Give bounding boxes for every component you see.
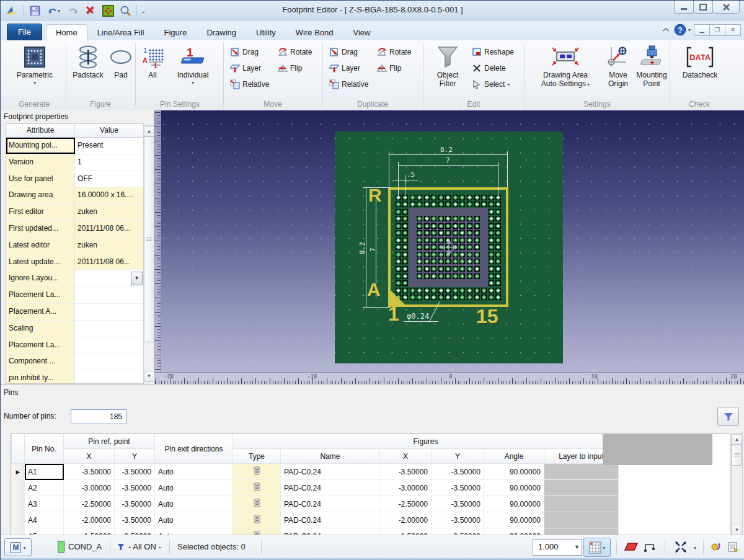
pin-exit-directions-header[interactable]: Pin exit directions (155, 434, 233, 464)
pin-row[interactable]: A4-2.00000-3.50000AutoPAD-C0.24-2.00000-… (12, 512, 619, 528)
property-attribute[interactable]: Mounting pol... (6, 138, 75, 154)
pin-row[interactable]: ▶A1-3.50000-3.50000AutoPAD-C0.24-3.50000… (12, 464, 619, 480)
object-filter-button[interactable]: ObjectFilter (428, 43, 467, 88)
pin-exit-cell[interactable]: Auto (155, 512, 233, 528)
value-column-header[interactable]: Value (75, 124, 143, 137)
row-selector[interactable] (12, 496, 25, 512)
maximize-button[interactable] (693, 1, 713, 14)
move-relative-button[interactable]: Relative (229, 78, 270, 91)
property-row[interactable]: Drawing area16.00000 x 16.... (6, 187, 143, 204)
pin-no-cell[interactable]: A3 (25, 496, 64, 512)
property-value[interactable]: OFF (75, 171, 143, 187)
scroll-down-icon[interactable]: ▼ (144, 371, 154, 381)
mode-dropdown[interactable]: ▾ (23, 546, 25, 551)
grid-pitch-dropdown[interactable]: ▼ (574, 544, 580, 550)
figure-angle-cell[interactable]: 90.00000 (484, 480, 544, 496)
ref-x-cell[interactable]: -3.00000 (64, 480, 115, 496)
property-row[interactable]: Placement La... (6, 287, 143, 304)
property-attribute[interactable]: Scaling (6, 321, 75, 337)
row-selector[interactable] (12, 512, 25, 528)
tab-file[interactable]: File (7, 24, 42, 40)
route-display-icon[interactable] (643, 541, 657, 553)
property-row[interactable]: Version1 (6, 154, 143, 171)
pin-no-cell[interactable]: A2 (25, 480, 64, 496)
move-drag-button[interactable]: Drag (229, 45, 270, 58)
layer-to-input-cell[interactable] (544, 496, 619, 512)
angle-header[interactable]: Angle (484, 449, 544, 464)
move-mode-dropdown[interactable]: ▾ (694, 546, 696, 551)
tab-line-area-fill[interactable]: Line/Area Fill (87, 24, 154, 40)
collapse-ribbon-icon[interactable] (662, 27, 670, 33)
scroll-down-icon[interactable]: ▼ (732, 525, 742, 535)
figures-header[interactable]: Figures (233, 434, 619, 449)
filter-status[interactable]: - All ON - (117, 535, 161, 558)
property-value[interactable]: 1 (75, 154, 143, 171)
figure-angle-cell[interactable]: 90.00000 (484, 512, 544, 528)
delete-button[interactable]: Delete (471, 61, 515, 74)
row-selector[interactable] (12, 480, 25, 496)
property-value[interactable] (75, 353, 143, 370)
property-attribute[interactable]: Version (6, 154, 75, 171)
drawing-area-auto-settings-button[interactable]: Drawing AreaAuto-Settings ▾ (529, 43, 602, 88)
pin-row[interactable]: A3-2.50000-3.50000AutoPAD-C0.24-2.50000-… (12, 496, 619, 512)
dup-flip-button[interactable]: Flip (376, 61, 412, 74)
grid-toggle-button[interactable]: ▾ (583, 538, 611, 557)
property-row[interactable]: Placement La... (6, 337, 143, 354)
property-attribute[interactable]: Component ... (6, 353, 75, 370)
tab-view[interactable]: View (343, 24, 381, 40)
ref-y-cell[interactable]: -3.50000 (115, 480, 155, 496)
figure-type-cell[interactable] (233, 496, 281, 512)
name-header[interactable]: Name (281, 449, 380, 464)
figure-type-cell[interactable] (233, 464, 281, 480)
move-layer-button[interactable]: Layer (229, 61, 270, 74)
layer-to-input-cell[interactable] (544, 480, 619, 496)
property-value[interactable] (75, 321, 143, 337)
pin-no-header[interactable]: Pin No. (25, 434, 64, 464)
property-attribute[interactable]: Ignore Layou... (6, 270, 75, 287)
property-row[interactable]: Mounting pol...Present (6, 138, 143, 154)
datacheck-button[interactable]: DATA Datacheck (675, 43, 725, 79)
drawing-area-dropdown[interactable]: ▾ (586, 82, 590, 87)
move-origin-button[interactable]: MoveOrigin (603, 43, 633, 88)
mounting-point-button[interactable]: MountingPoint (634, 43, 669, 88)
property-value[interactable]: 2011/11/08 06... (75, 221, 143, 237)
property-attribute[interactable]: Placement A... (6, 304, 75, 320)
fig-x-header[interactable]: X (380, 449, 432, 464)
tab-home[interactable]: Home (46, 24, 87, 40)
mdi-close-button[interactable]: ✕ (725, 24, 741, 36)
pin-row[interactable]: A2-3.00000-3.50000AutoPAD-C0.24-3.00000-… (12, 480, 619, 496)
property-value[interactable] (75, 304, 143, 320)
close-button[interactable] (712, 1, 740, 14)
ref-y-cell[interactable]: -3.50000 (115, 464, 155, 480)
property-row[interactable]: pin inhibit ty... (6, 370, 143, 384)
parametric-dropdown[interactable]: ▾ (33, 81, 36, 86)
minimize-button[interactable] (674, 1, 694, 14)
figure-type-cell[interactable] (233, 512, 281, 528)
property-value[interactable]: ▼ (75, 270, 143, 287)
move-flip-button[interactable]: Flip (277, 61, 313, 74)
property-value[interactable]: 2011/11/08 06... (75, 254, 143, 270)
condition-indicator[interactable]: COND_A (58, 535, 102, 558)
mode-button[interactable]: M▾ (4, 538, 32, 556)
select-dropdown[interactable]: ▾ (507, 82, 510, 87)
value-dropdown[interactable]: ▼ (131, 272, 143, 285)
property-row[interactable]: Latest editorzuken (6, 238, 143, 254)
pin-exit-cell[interactable]: Auto (155, 496, 233, 512)
layer-to-input-cell[interactable] (544, 464, 619, 480)
pin-ref-point-header[interactable]: Pin ref. point (64, 434, 155, 449)
property-attribute[interactable]: Drawing area (6, 187, 75, 203)
figure-y-cell[interactable]: -3.50000 (432, 496, 484, 512)
help-dropdown[interactable]: ▾ (688, 28, 691, 33)
figure-angle-cell[interactable]: 90.00000 (484, 496, 544, 512)
design-canvas[interactable]: 8.2 7 .5 8.2 7 φ0.24 R A 1 15 -20-100102… (154, 110, 744, 384)
tab-utility[interactable]: Utility (246, 24, 286, 40)
move-mode-icon[interactable] (674, 541, 688, 553)
figure-type-cell[interactable] (233, 480, 281, 496)
property-row[interactable]: Scaling (6, 321, 143, 337)
property-row[interactable]: Latest update...2011/11/08 06... (6, 254, 143, 271)
figure-y-cell[interactable]: -3.50000 (432, 464, 484, 480)
figure-y-cell[interactable]: -3.50000 (432, 512, 484, 528)
scrollbar-thumb[interactable] (144, 136, 154, 342)
property-row[interactable]: Component ... (6, 353, 143, 370)
attribute-column-header[interactable]: Attribute (6, 124, 75, 137)
